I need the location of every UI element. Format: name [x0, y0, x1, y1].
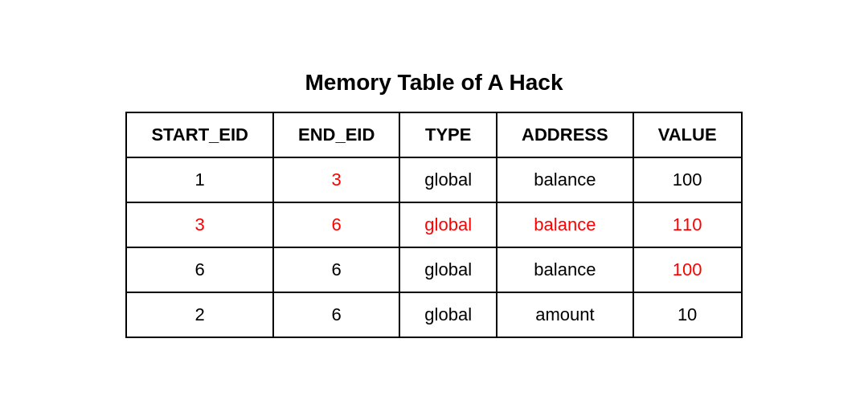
col-header-type: TYPE	[399, 112, 497, 157]
cell-end_eid-row3: 6	[273, 292, 399, 337]
cell-end_eid-row2: 6	[273, 247, 399, 292]
cell-type-row3: global	[399, 292, 497, 337]
col-header-address: ADDRESS	[497, 112, 633, 157]
cell-start_eid-row3: 2	[126, 292, 273, 337]
table-header-row: START_EID END_EID TYPE ADDRESS VALUE	[126, 112, 741, 157]
cell-value_val-row1: 110	[633, 202, 742, 247]
table-row: 66globalbalance100	[126, 247, 741, 292]
cell-value_val-row0: 100	[633, 157, 742, 202]
cell-address-row0: balance	[497, 157, 633, 202]
cell-type-row0: global	[399, 157, 497, 202]
cell-type-row2: global	[399, 247, 497, 292]
cell-start_eid-row1: 3	[126, 202, 273, 247]
col-header-value: VALUE	[633, 112, 742, 157]
memory-table: START_EID END_EID TYPE ADDRESS VALUE 13g…	[125, 112, 742, 338]
table-row: 36globalbalance110	[126, 202, 741, 247]
table-row: 26globalamount10	[126, 292, 741, 337]
cell-value_val-row2: 100	[633, 247, 742, 292]
col-header-end-eid: END_EID	[273, 112, 399, 157]
cell-end_eid-row1: 6	[273, 202, 399, 247]
cell-start_eid-row2: 6	[126, 247, 273, 292]
cell-start_eid-row0: 1	[126, 157, 273, 202]
cell-address-row3: amount	[497, 292, 633, 337]
cell-value_val-row3: 10	[633, 292, 742, 337]
cell-type-row1: global	[399, 202, 497, 247]
cell-end_eid-row0: 3	[273, 157, 399, 202]
table-row: 13globalbalance100	[126, 157, 741, 202]
col-header-start-eid: START_EID	[126, 112, 273, 157]
cell-address-row2: balance	[497, 247, 633, 292]
page-title: Memory Table of A Hack	[305, 70, 563, 96]
cell-address-row1: balance	[497, 202, 633, 247]
